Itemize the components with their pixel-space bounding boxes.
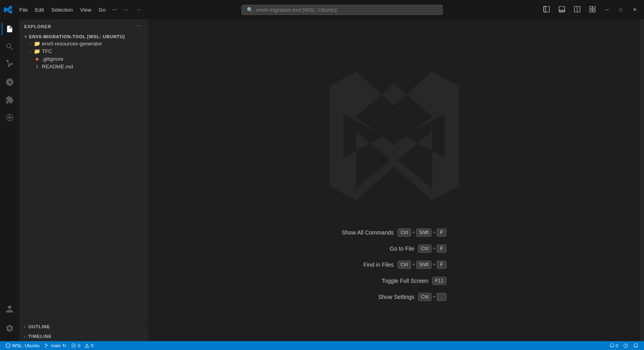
menu-selection[interactable]: Selection [48, 5, 76, 14]
folder-label-tfc: TFC [42, 48, 52, 54]
svg-point-16 [45, 344, 46, 344]
activity-explorer[interactable] [2, 21, 18, 37]
svg-rect-7 [593, 6, 595, 9]
maximize-button[interactable]: □ [615, 5, 626, 14]
plus-2: + [433, 230, 436, 235]
warning-count: 0 [91, 343, 93, 348]
folder-icon-env0: 📁 [34, 41, 40, 47]
activity-remote[interactable] [2, 109, 18, 126]
branch-icon [44, 343, 49, 348]
outline-panel-header[interactable]: › OUTLINE [19, 322, 148, 331]
status-history[interactable] [621, 343, 631, 348]
keys-commands: Ctrl + Shift + P [398, 229, 446, 237]
toggle-editor-icon[interactable] [571, 4, 584, 15]
activity-search[interactable] [2, 39, 18, 55]
activity-settings[interactable] [2, 320, 18, 336]
activity-source-control[interactable] [2, 56, 18, 72]
folder-arrow-tfc: › [27, 49, 34, 54]
status-notifications[interactable]: 0 [607, 343, 621, 348]
file-tree: ▼ ENV0-MIGRATION-TOOL [WSL: UBUNTU] › 📁 … [19, 33, 148, 321]
tree-item-gitignore[interactable]: ◆ .gitignore [19, 55, 148, 63]
status-branch[interactable]: main ↻ [42, 341, 69, 350]
notification-icon [609, 343, 614, 348]
tree-item-env0-resources[interactable]: › 📁 env0-resources-generator [19, 40, 148, 47]
nav-buttons: ← → [121, 5, 144, 14]
keys-find: Ctrl + Shift + F [398, 261, 446, 269]
status-bell[interactable] [631, 343, 641, 348]
outline-label: OUTLINE [28, 324, 50, 329]
folder-arrow-env0: › [27, 41, 34, 46]
content-scrollbar[interactable] [640, 19, 644, 341]
plus-goto: + [433, 246, 436, 251]
key-ctrl: Ctrl [398, 229, 411, 237]
key-shift-find: Shift [416, 261, 431, 269]
tree-root-folder[interactable]: ▼ ENV0-MIGRATION-TOOL [WSL: UBUNTU] [19, 33, 148, 40]
key-comma: , [437, 293, 446, 301]
notification-count: 0 [616, 343, 618, 348]
tree-item-tfc[interactable]: › 📁 TFC [19, 47, 148, 55]
search-text: env0-migration-tool [WSL: Ubuntu] [256, 7, 336, 13]
sidebar-header: EXPLORER ⋯ [19, 19, 148, 33]
activity-account[interactable] [2, 301, 18, 317]
status-wsl[interactable]: WSL: Ubuntu [3, 341, 42, 350]
gitignore-icon: ◆ [34, 56, 40, 62]
key-ctrl-settings: Ctrl [418, 293, 431, 301]
minimize-button[interactable]: ─ [601, 5, 613, 14]
activity-extensions[interactable] [2, 92, 18, 108]
svg-point-14 [9, 114, 10, 115]
timeline-panel-header[interactable]: › TIMELINE [19, 331, 148, 341]
menu-go[interactable]: Go [95, 5, 109, 14]
keys-settings: Ctrl + , [418, 293, 446, 301]
sidebar-bottom: › OUTLINE › TIMELINE [19, 321, 148, 341]
key-ctrl-find: Ctrl [398, 261, 411, 269]
toggle-sidebar-icon[interactable] [540, 4, 553, 15]
nav-back-button[interactable]: ← [121, 5, 132, 14]
main-container: EXPLORER ⋯ ▼ ENV0-MIGRATION-TOOL [WSL: U… [0, 19, 644, 341]
svg-rect-8 [590, 10, 592, 12]
menu-edit[interactable]: Edit [32, 5, 47, 14]
shortcut-label-settings: Show Settings [378, 294, 415, 300]
svg-point-15 [9, 119, 10, 121]
key-p: P [437, 229, 446, 237]
svg-point-11 [8, 116, 11, 119]
shortcut-settings: Show Settings Ctrl + , [378, 293, 446, 301]
shortcut-goto-file: Go to File Ctrl + P [390, 245, 446, 253]
search-area: 🔍 env0-migration-tool [WSL: Ubuntu] [153, 5, 530, 15]
sidebar: EXPLORER ⋯ ▼ ENV0-MIGRATION-TOOL [WSL: U… [19, 19, 148, 341]
vscode-logo-icon [3, 5, 13, 14]
close-button[interactable]: ✕ [629, 5, 641, 14]
nav-forward-button[interactable]: → [133, 5, 144, 14]
shortcut-label-goto: Go to File [390, 245, 415, 252]
error-count: 0 [78, 343, 80, 348]
menu-more[interactable]: ··· [109, 4, 120, 15]
readme-icon: ℹ [34, 64, 40, 69]
tree-item-readme[interactable]: ℹ README.md [19, 63, 148, 70]
menu-bar: File Edit Selection View Go ··· [16, 4, 120, 15]
plus-find-1: + [412, 262, 415, 268]
shortcut-show-commands: Show All Commands Ctrl + Shift + P [342, 229, 446, 237]
plus-settings: + [433, 294, 436, 300]
svg-rect-1 [544, 6, 549, 12]
key-shift: Shift [416, 229, 431, 237]
toggle-panel-icon[interactable] [555, 4, 568, 15]
new-file-icon[interactable]: ⋯ [135, 23, 143, 30]
window-controls: ─ □ ✕ [540, 4, 641, 15]
shortcut-label-find: Find in Files [363, 261, 394, 268]
folder-label-env0: env0-resources-generator [42, 41, 102, 47]
warning-icon [85, 343, 89, 348]
keys-fullscreen: F11 [432, 277, 446, 285]
status-errors[interactable]: 0 0 [69, 341, 96, 350]
menu-file[interactable]: File [16, 5, 31, 14]
error-icon [71, 343, 76, 348]
status-branch-label: main [51, 343, 61, 348]
root-expand-arrow: ▼ [23, 35, 29, 39]
shortcut-fullscreen: Toggle Full Screen F11 [382, 277, 446, 285]
content-area: Show All Commands Ctrl + Shift + P Go to… [148, 19, 640, 341]
activity-run-debug[interactable] [2, 74, 18, 90]
search-box[interactable]: 🔍 env0-migration-tool [WSL: Ubuntu] [242, 5, 443, 15]
activity-bar-bottom [2, 301, 18, 341]
status-sync-icon: ↻ [62, 343, 66, 348]
root-folder-label: ENV0-MIGRATION-TOOL [WSL: UBUNTU] [29, 34, 125, 39]
menu-view[interactable]: View [77, 5, 95, 14]
layout-icon[interactable] [586, 4, 599, 15]
